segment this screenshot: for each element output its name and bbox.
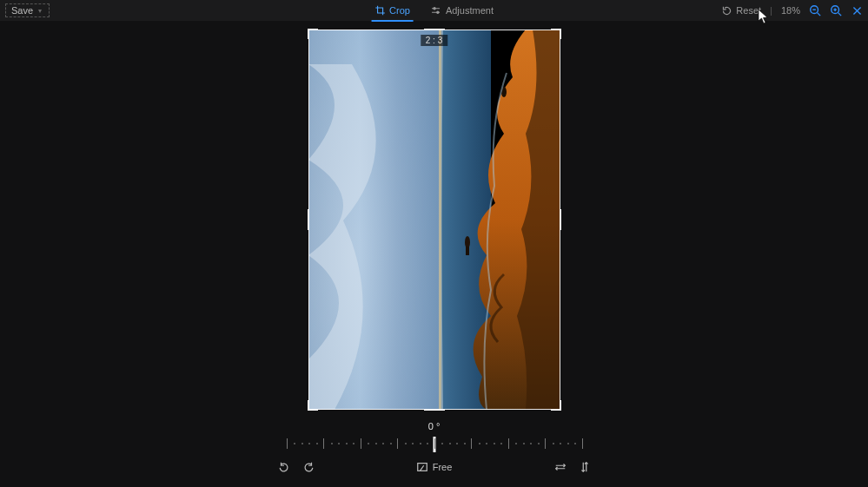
ruler-tick-minor — [449, 443, 451, 444]
ruler-tick-minor — [353, 443, 354, 444]
aspect-icon — [416, 461, 428, 473]
adjustment-icon — [431, 5, 441, 16]
zoom-out-button[interactable] — [809, 4, 821, 16]
ruler-tick-minor — [464, 443, 466, 444]
ruler-tick-minor — [331, 443, 333, 444]
ruler-tick-minor — [301, 443, 303, 444]
ruler-tick-minor — [530, 443, 532, 444]
aspect-mode-button[interactable]: Free — [416, 461, 453, 473]
flip-vertical-button[interactable] — [579, 461, 591, 473]
top-toolbar: Save ▾ Crop Adjustment — [0, 0, 868, 21]
photo-preview — [308, 30, 560, 410]
ruler-tick-minor — [553, 443, 554, 444]
crop-icon — [374, 5, 385, 16]
crop-handle-top[interactable] — [424, 29, 445, 30]
reset-icon — [720, 4, 732, 16]
ruler-tick-minor — [316, 443, 318, 444]
ruler-tick-minor — [494, 443, 495, 444]
flip-horizontal-button[interactable] — [554, 461, 567, 473]
chevron-down-icon: ▾ — [38, 7, 42, 15]
crop-handle-bottom[interactable] — [424, 409, 445, 411]
ruler-tick-minor — [523, 443, 525, 444]
crop-frame[interactable]: 2 : 3 — [308, 30, 560, 410]
editor-stage: 2 : 3 — [0, 21, 868, 418]
ruler-tick-major — [582, 438, 583, 449]
ruler-tick-minor — [456, 443, 458, 444]
aspect-ratio-badge: 2 : 3 — [421, 35, 447, 46]
tab-adjustment[interactable]: Adjustment — [429, 0, 495, 21]
ruler-tick-minor — [405, 443, 407, 444]
ruler-tick-minor — [427, 443, 428, 444]
tab-crop-label: Crop — [389, 5, 410, 16]
separator: | — [770, 5, 772, 16]
tab-crop[interactable]: Crop — [373, 0, 412, 21]
ruler-tick-major — [361, 438, 361, 449]
crop-handle-tr-v[interactable] — [560, 29, 561, 39]
reset-button[interactable]: Reset — [720, 4, 761, 16]
ruler-tick-major — [545, 438, 546, 449]
bottom-row: Free — [278, 461, 591, 473]
ruler-tick-minor — [420, 443, 421, 444]
ruler-tick-minor — [567, 443, 569, 444]
flip-group — [554, 461, 591, 473]
ruler-tick-minor — [308, 443, 310, 444]
tab-adjustment-label: Adjustment — [446, 5, 494, 16]
ruler-tick-minor — [500, 443, 502, 444]
ruler-tick-minor — [390, 443, 392, 444]
toolbar-left: Save ▾ — [5, 3, 50, 17]
ruler-tick-minor — [294, 443, 295, 444]
save-button[interactable]: Save ▾ — [5, 3, 50, 17]
ruler-tick-minor — [346, 443, 348, 444]
ruler-tick-major — [287, 438, 288, 449]
ruler-tick-minor — [375, 443, 377, 444]
crop-handle-right[interactable] — [560, 209, 561, 230]
crop-handle-tl-v[interactable] — [308, 29, 309, 39]
svg-point-8 — [465, 236, 470, 248]
svg-point-0 — [434, 8, 435, 10]
ruler-tick-minor — [538, 443, 540, 444]
ruler-tick-minor — [338, 443, 340, 444]
ruler-tick-minor — [441, 443, 443, 444]
crop-handle-bl-v[interactable] — [308, 400, 309, 411]
rotate-ccw-button[interactable] — [278, 461, 290, 473]
rotate-cw-button[interactable] — [302, 461, 315, 473]
aspect-mode-label: Free — [433, 462, 453, 472]
crop-handle-br-v[interactable] — [560, 400, 561, 411]
ruler-tick-major — [323, 438, 324, 449]
crop-handle-left[interactable] — [308, 209, 309, 230]
ruler-tick-major — [471, 438, 472, 449]
svg-point-1 — [437, 11, 439, 13]
ruler-tick-major — [434, 438, 435, 449]
ruler-tick-minor — [486, 443, 487, 444]
svg-rect-9 — [466, 247, 469, 255]
zoom-in-button[interactable] — [830, 4, 842, 16]
rotation-angle-label: 0 ° — [428, 421, 441, 431]
toolbar-center-tabs: Crop Adjustment — [373, 0, 495, 21]
rotate-group — [278, 461, 315, 473]
ruler-tick-minor — [574, 443, 576, 444]
svg-rect-7 — [439, 30, 441, 410]
ruler-tick-minor — [479, 443, 480, 444]
ruler-tick-minor — [368, 443, 369, 444]
toolbar-right: Reset | 18% — [720, 4, 863, 16]
save-label: Save — [11, 5, 33, 16]
ruler-tick-major — [508, 438, 509, 449]
reset-label: Reset — [736, 5, 761, 16]
ruler-tick-major — [397, 438, 398, 449]
close-button[interactable] — [851, 4, 863, 16]
ruler-tick-minor — [560, 443, 561, 444]
ruler-tick-minor — [382, 443, 384, 444]
ruler-tick-minor — [412, 443, 414, 444]
ruler-tick-minor — [515, 443, 517, 444]
zoom-label: 18% — [781, 5, 800, 16]
rotation-ruler[interactable] — [287, 433, 582, 454]
bottom-controls: 0 ° Free — [0, 418, 868, 487]
